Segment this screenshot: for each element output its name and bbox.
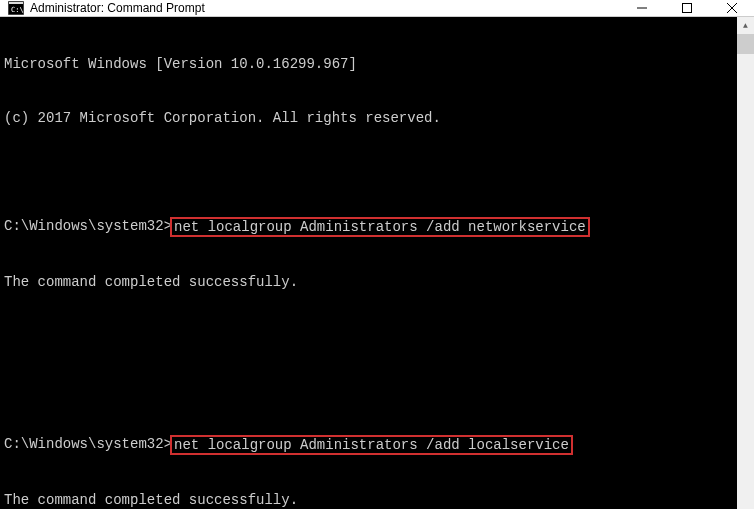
command-prompt-window: C:\ Administrator: Command Prompt Micros…: [0, 0, 754, 509]
blank-line: [4, 163, 733, 181]
cmd-icon: C:\: [8, 0, 24, 16]
chevron-up-icon: ▲: [743, 21, 748, 30]
copyright-line: (c) 2017 Microsoft Corporation. All righ…: [4, 109, 733, 127]
window-controls: [619, 0, 754, 16]
terminal-content[interactable]: Microsoft Windows [Version 10.0.16299.96…: [0, 17, 737, 509]
scroll-up-button[interactable]: ▲: [737, 17, 754, 34]
blank-line: [4, 327, 733, 345]
command-2-highlight: net localgroup Administrators /add local…: [170, 435, 573, 455]
terminal-body: Microsoft Windows [Version 10.0.16299.96…: [0, 17, 754, 509]
command-1-highlight: net localgroup Administrators /add netwo…: [170, 217, 590, 237]
blank-line: [4, 381, 733, 399]
minimize-button[interactable]: [619, 0, 664, 16]
svg-rect-4: [682, 4, 691, 13]
result-2: The command completed successfully.: [4, 491, 733, 509]
command-line-2: C:\Windows\system32>net localgroup Admin…: [4, 435, 733, 455]
titlebar[interactable]: C:\ Administrator: Command Prompt: [0, 0, 754, 17]
prompt-1: C:\Windows\system32>: [4, 217, 172, 235]
scrollbar-thumb[interactable]: [737, 34, 754, 54]
svg-rect-1: [9, 2, 23, 4]
window-title: Administrator: Command Prompt: [30, 1, 619, 15]
version-line: Microsoft Windows [Version 10.0.16299.96…: [4, 55, 733, 73]
result-1: The command completed successfully.: [4, 273, 733, 291]
svg-text:C:\: C:\: [11, 6, 24, 14]
vertical-scrollbar[interactable]: ▲ ▼: [737, 17, 754, 509]
maximize-button[interactable]: [664, 0, 709, 16]
close-button[interactable]: [709, 0, 754, 16]
prompt-2: C:\Windows\system32>: [4, 435, 172, 453]
command-line-1: C:\Windows\system32>net localgroup Admin…: [4, 217, 733, 237]
scrollbar-track[interactable]: [737, 34, 754, 509]
